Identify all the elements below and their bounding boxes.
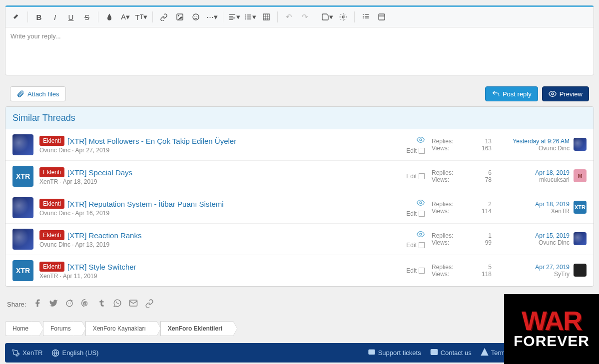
undo-icon[interactable]: ↶ xyxy=(282,10,296,24)
last-poster-avatar[interactable]: XTR xyxy=(574,201,587,214)
footer-language-link[interactable]: English (US) xyxy=(51,348,98,358)
thread-author-avatar[interactable]: XTR xyxy=(12,166,33,187)
smile-icon[interactable] xyxy=(189,10,203,24)
thread-author-link[interactable]: Ovunc Dinc xyxy=(39,147,70,154)
thread-author-link[interactable]: Ovunc Dinc xyxy=(39,210,70,217)
thread-select-checkbox[interactable] xyxy=(419,211,425,217)
more-icon[interactable]: ⋯▾ xyxy=(205,10,219,24)
svg-point-3 xyxy=(194,16,195,16)
italic-icon[interactable]: I xyxy=(48,10,62,24)
last-poster-avatar[interactable] xyxy=(574,264,587,277)
last-post-date[interactable]: Yesterday at 9:26 AM xyxy=(492,138,570,145)
last-post-date[interactable]: Apr 15, 2019 xyxy=(492,232,570,239)
svg-rect-10 xyxy=(379,14,385,20)
last-post-author[interactable]: Ovunc Dinc xyxy=(492,145,570,152)
last-poster-avatar[interactable] xyxy=(574,232,587,245)
preview-toggle-icon[interactable] xyxy=(375,10,389,24)
last-post-date[interactable]: Apr 27, 2019 xyxy=(492,264,570,271)
settings-icon[interactable] xyxy=(336,10,350,24)
replies-count: 2 xyxy=(488,201,492,208)
facebook-icon[interactable] xyxy=(33,299,42,310)
separator xyxy=(27,11,28,22)
thread-edit-link[interactable]: Edit xyxy=(406,147,425,154)
editor-textarea[interactable]: Write your reply... xyxy=(5,27,594,75)
footer-link[interactable]: Contact us xyxy=(430,348,472,358)
last-post-author[interactable]: SyTry xyxy=(492,271,570,278)
footer-link-icon xyxy=(481,348,489,358)
email-icon[interactable] xyxy=(129,299,138,310)
views-count: 78 xyxy=(485,176,492,183)
text-color-icon[interactable] xyxy=(102,10,116,24)
pinterest-icon[interactable] xyxy=(81,299,90,310)
thread-author-link[interactable]: Ovunc Dinc xyxy=(39,241,70,248)
thread-prefix-badge[interactable]: Eklenti xyxy=(39,136,64,146)
reply-editor: B I U S A▾ TT▾ ⋯▾ ▾ ▾ ↶ ↷ ▾ xyxy=(5,5,594,75)
last-poster-avatar[interactable]: M xyxy=(574,169,587,182)
views-count: 163 xyxy=(482,145,492,152)
thread-select-checkbox[interactable] xyxy=(419,242,425,248)
thread-author-avatar[interactable] xyxy=(12,134,33,155)
thread-title-link[interactable]: [XTR] Style Switcher xyxy=(67,263,136,271)
breadcrumb-item[interactable]: Home xyxy=(5,321,36,336)
last-poster-avatar[interactable] xyxy=(574,138,587,151)
twitter-icon[interactable] xyxy=(49,299,58,310)
thread-prefix-badge[interactable]: Eklenti xyxy=(39,167,64,177)
thread-author-avatar[interactable]: XTR xyxy=(12,260,33,281)
thread-prefix-badge[interactable]: Eklenti xyxy=(39,199,64,209)
list-icon[interactable]: ▾ xyxy=(243,10,257,24)
link-icon[interactable] xyxy=(157,10,171,24)
thread-title-link[interactable]: [XTR] Most Followers - En Çok Takip Edil… xyxy=(67,137,236,145)
toggle-bb-icon[interactable] xyxy=(359,10,373,24)
thread-title-link[interactable]: [XTR] Special Days xyxy=(67,168,132,177)
thread-author-link[interactable]: XenTR xyxy=(39,273,58,280)
footer-brand-link[interactable]: XenTR xyxy=(12,348,42,358)
thread-author-avatar[interactable] xyxy=(12,229,33,250)
underline-icon[interactable]: U xyxy=(64,10,78,24)
last-post-date[interactable]: Apr 18, 2019 xyxy=(492,169,570,176)
paperclip-icon xyxy=(16,90,24,98)
bold-icon[interactable]: B xyxy=(32,10,46,24)
whatsapp-icon[interactable] xyxy=(113,299,122,310)
thread-edit-link[interactable]: Edit xyxy=(406,267,425,274)
last-post-author[interactable]: mkucuksari xyxy=(492,176,570,183)
eye-icon xyxy=(549,90,557,98)
breadcrumb-item[interactable]: XenForo Eklentileri xyxy=(160,321,230,336)
font-size-icon[interactable]: TT▾ xyxy=(134,10,148,24)
image-icon[interactable] xyxy=(173,10,187,24)
thread-title-link[interactable]: [XTR] Reaction Ranks xyxy=(67,231,141,240)
thread-title-link[interactable]: [XTR] Reputation System - İtibar Puanı S… xyxy=(67,200,224,208)
font-family-icon[interactable]: A▾ xyxy=(118,10,132,24)
last-post-author[interactable]: Ovunc Dinc xyxy=(492,239,570,246)
thread-author-link[interactable]: XenTR xyxy=(39,178,58,185)
last-post-author[interactable]: XenTR xyxy=(492,208,570,215)
preview-button[interactable]: Preview xyxy=(542,86,589,101)
redo-icon[interactable]: ↷ xyxy=(298,10,312,24)
post-reply-button[interactable]: Post reply xyxy=(485,86,538,101)
remove-format-icon[interactable] xyxy=(9,10,23,24)
share-link-icon[interactable] xyxy=(145,299,154,310)
thread-row: Eklenti [XTR] Reaction Ranks Ovunc Dinc … xyxy=(5,224,594,255)
thread-edit-link[interactable]: Edit xyxy=(406,242,425,249)
last-post-date[interactable]: Apr 18, 2019 xyxy=(492,201,570,208)
breadcrumb-item[interactable]: XenForo Kaynakları xyxy=(85,321,153,336)
save-draft-icon[interactable]: ▾ xyxy=(320,10,334,24)
reddit-icon[interactable] xyxy=(65,299,74,310)
align-icon[interactable]: ▾ xyxy=(227,10,241,24)
thread-select-checkbox[interactable] xyxy=(419,148,425,154)
strikethrough-icon[interactable]: S xyxy=(80,10,94,24)
views-label: Views: xyxy=(432,145,449,152)
footer-link[interactable]: Support tickets xyxy=(368,348,421,358)
tumblr-icon[interactable] xyxy=(97,299,106,310)
table-icon[interactable] xyxy=(259,10,273,24)
thread-select-checkbox[interactable] xyxy=(419,173,425,179)
thread-prefix-badge[interactable]: Eklenti xyxy=(39,230,64,240)
attach-files-button[interactable]: Attach files xyxy=(10,86,66,101)
breadcrumb-item[interactable]: Forums xyxy=(43,321,78,336)
svg-point-6 xyxy=(245,16,246,17)
thread-edit-link[interactable]: Edit xyxy=(406,173,425,180)
thread-prefix-badge[interactable]: Eklenti xyxy=(39,262,64,272)
thread-select-checkbox[interactable] xyxy=(419,268,425,274)
thread-author-avatar[interactable] xyxy=(12,197,33,218)
war-banner[interactable]: WAR FOREVER xyxy=(504,294,599,364)
thread-edit-link[interactable]: Edit xyxy=(406,210,425,217)
